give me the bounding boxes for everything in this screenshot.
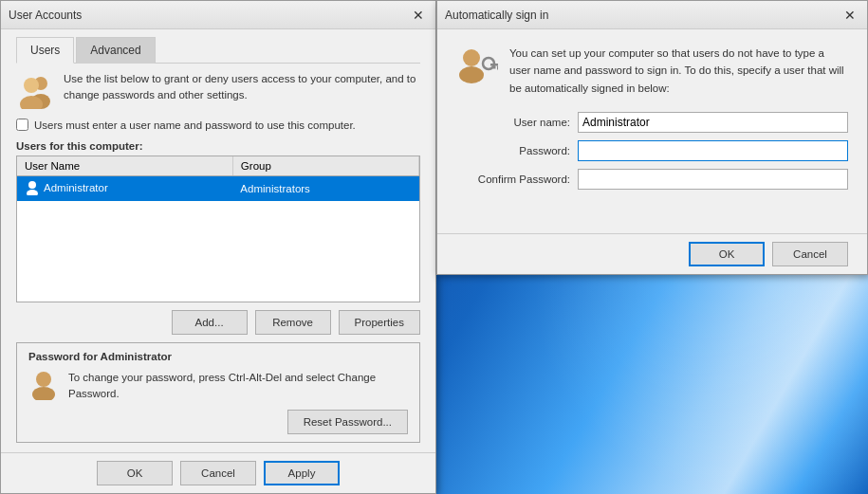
password-inner: To change your password, press Ctrl-Alt-… (28, 370, 408, 403)
user-accounts-titlebar: User Accounts ✕ (1, 1, 435, 29)
svg-rect-11 (490, 64, 498, 66)
password-avatar-icon (28, 370, 59, 400)
svg-point-4 (28, 181, 36, 189)
svg-point-5 (27, 190, 38, 195)
auto-signin-titlebar: Automatically sign in ✕ (437, 1, 867, 29)
col-group: Group (232, 156, 418, 176)
svg-rect-13 (493, 66, 496, 69)
reset-password-button[interactable]: Reset Password... (287, 410, 408, 434)
footer-apply-button[interactable]: Apply (264, 461, 340, 485)
add-button[interactable]: Add... (172, 310, 248, 335)
password-label: Password: (456, 145, 570, 156)
confirm-password-input[interactable] (578, 169, 848, 190)
password-section-title: Password for Administrator (28, 351, 408, 362)
username-input[interactable] (578, 112, 848, 133)
checkbox-row: Users must enter a user name and passwor… (16, 119, 420, 131)
table-row[interactable]: Administrator Administrators (17, 176, 419, 202)
user-accounts-title: User Accounts (9, 9, 409, 22)
svg-point-9 (459, 66, 484, 83)
auto-signin-content: You can set up your computer so that use… (437, 29, 867, 233)
auto-signin-dialog: Automatically sign in ✕ (436, 0, 868, 275)
username-with-icon: Administrator (25, 180, 108, 195)
user-table-container: User Name Group (16, 156, 420, 302)
auto-signin-close-button[interactable]: ✕ (840, 6, 859, 25)
auto-signin-cancel-button[interactable]: Cancel (772, 242, 848, 266)
password-input[interactable] (578, 140, 848, 161)
svg-rect-12 (497, 66, 498, 70)
auto-signin-info-text: You can set up your computer so that use… (509, 45, 848, 97)
username-label: User name: (456, 117, 570, 128)
properties-button[interactable]: Properties (339, 310, 420, 335)
password-section: Password for Administrator To change you… (16, 342, 420, 444)
user-accounts-footer: OK Cancel Apply (1, 452, 435, 493)
require-login-label[interactable]: Users must enter a user name and passwor… (34, 119, 356, 131)
users-svg-icon (16, 71, 54, 109)
remove-button[interactable]: Remove (255, 310, 331, 335)
reset-password-row: Reset Password... (28, 410, 408, 434)
svg-point-7 (32, 387, 55, 400)
require-login-checkbox[interactable] (16, 119, 28, 131)
tab-bar: Users Advanced (16, 37, 420, 64)
tab-users[interactable]: Users (16, 37, 74, 64)
svg-point-6 (36, 372, 51, 387)
auto-signin-form: User name: Password: Confirm Password: (456, 112, 848, 190)
table-header: User Name Group (17, 156, 419, 176)
svg-point-8 (463, 49, 480, 66)
footer-ok-button[interactable]: OK (97, 461, 173, 485)
user-accounts-dialog: User Accounts ✕ Users Advanced (0, 0, 436, 494)
key-user-svg-icon (456, 45, 498, 86)
auto-signin-info: You can set up your computer so that use… (456, 45, 848, 97)
user-accounts-close-button[interactable]: ✕ (409, 6, 428, 25)
confirm-password-label: Confirm Password: (456, 174, 570, 185)
table-cell-username: Administrator (17, 176, 232, 202)
users-section-label: Users for this computer: (16, 140, 420, 152)
auto-signin-title: Automatically sign in (445, 9, 840, 22)
svg-point-2 (24, 78, 39, 93)
row-user-icon (25, 180, 40, 195)
table-cell-group: Administrators (232, 176, 418, 202)
info-box: Use the list below to grant or deny user… (16, 71, 420, 109)
user-accounts-content: Users Advanced (1, 29, 435, 452)
tab-advanced[interactable]: Advanced (76, 37, 155, 64)
info-text: Use the list below to grant or deny user… (64, 71, 420, 104)
footer-cancel-button[interactable]: Cancel (180, 461, 256, 485)
auto-signin-icon (456, 45, 498, 86)
users-icon (16, 71, 54, 109)
table-body: Administrator Administrators (17, 176, 419, 202)
auto-signin-ok-button[interactable]: OK (689, 242, 765, 266)
auto-signin-footer: OK Cancel (437, 233, 867, 274)
user-table: User Name Group (17, 156, 419, 201)
col-username: User Name (17, 156, 232, 176)
password-info-text: To change your password, press Ctrl-Alt-… (68, 370, 408, 403)
user-action-buttons: Add... Remove Properties (16, 310, 420, 335)
